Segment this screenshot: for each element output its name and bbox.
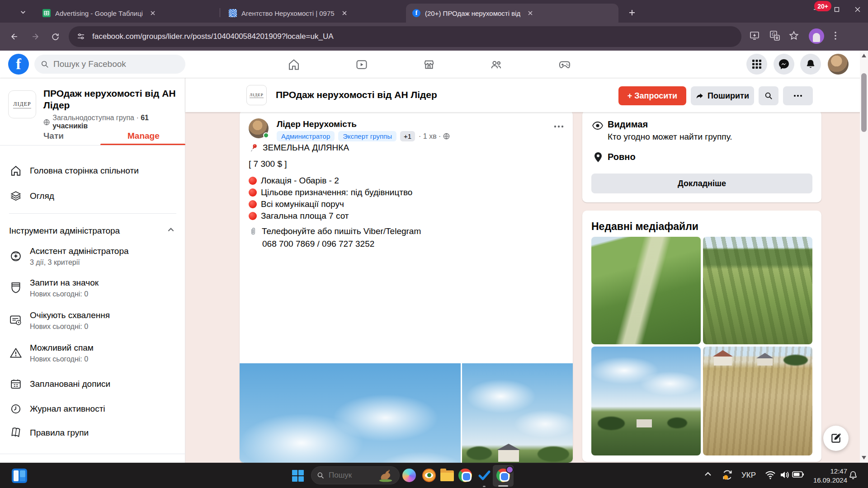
sidebar-item-sub: Нових сьогодні: 0 xyxy=(30,355,94,363)
battery-icon[interactable] xyxy=(792,471,804,478)
widgets-icon[interactable] xyxy=(12,469,27,483)
bookmark-star-icon[interactable] xyxy=(788,30,799,41)
browser-menu-icon[interactable] xyxy=(831,30,840,41)
group-sticky-header: ЛІДЕР ПРОдаж нерухомості від АН Лідер + … xyxy=(185,78,868,112)
taskbar-search-input[interactable] xyxy=(329,471,372,480)
tab-close-icon[interactable] xyxy=(148,9,157,18)
nav-gaming-icon[interactable] xyxy=(550,58,579,71)
browser-profile-avatar[interactable] xyxy=(809,28,824,44)
taskbar-search[interactable] xyxy=(311,466,400,484)
divider xyxy=(0,454,185,454)
apps-menu-icon[interactable] xyxy=(746,54,767,75)
post-author-name[interactable]: Лідер Нерухомість xyxy=(277,119,357,129)
nav-home-icon[interactable] xyxy=(279,58,308,71)
sync-status-icon[interactable] xyxy=(722,469,733,481)
profile-avatar[interactable] xyxy=(828,54,849,75)
share-button[interactable]: Поширити xyxy=(691,86,754,105)
post-photo-1[interactable] xyxy=(240,363,461,463)
chrome-icon[interactable] xyxy=(458,469,473,483)
wifi-icon[interactable] xyxy=(765,470,776,479)
facebook-search[interactable] xyxy=(34,55,185,74)
facebook-search-input[interactable] xyxy=(53,59,166,69)
todo-check-icon[interactable] xyxy=(477,469,492,483)
reload-button[interactable] xyxy=(47,28,63,45)
notifications-icon[interactable] xyxy=(848,470,858,480)
sidebar-item-group-rules[interactable]: Правила групи xyxy=(0,424,185,442)
nav-watch-icon[interactable] xyxy=(347,58,376,71)
tab-close-icon[interactable] xyxy=(340,9,349,18)
volume-icon[interactable] xyxy=(779,470,790,479)
group-more-button[interactable] xyxy=(783,86,813,105)
invite-button[interactable]: + Запросити xyxy=(618,86,686,105)
media-photo-3[interactable] xyxy=(591,347,701,455)
language-indicator[interactable]: УКР xyxy=(741,471,756,480)
sidebar-item-badge-requests[interactable]: Запити на значок Нових сьогодні: 0 xyxy=(0,276,185,300)
scrollbar-thumb[interactable] xyxy=(861,73,867,132)
house-shape xyxy=(637,419,652,427)
sidebar-item-pending-approval[interactable]: Очікують схвалення Нових сьогодні: 0 xyxy=(0,308,185,333)
media-photo-4[interactable] xyxy=(703,347,812,455)
new-tab-button[interactable] xyxy=(626,6,638,19)
collapse-section-button[interactable] xyxy=(167,226,175,234)
back-button[interactable] xyxy=(6,28,23,45)
post-phones-line[interactable]: 068 700 7869 / 096 727 3252 xyxy=(262,239,374,249)
start-button[interactable] xyxy=(292,470,304,482)
address-bar[interactable]: facebook.com/groups/lider.rv/posts/10404… xyxy=(69,26,741,47)
media-photo-1[interactable] xyxy=(591,237,701,344)
post-photo-2[interactable] xyxy=(462,363,573,463)
nav-groups-icon[interactable] xyxy=(482,58,511,71)
details-button[interactable]: Докладніше xyxy=(591,174,812,193)
tab-agency[interactable]: Агентство Нерухомості | 0975 xyxy=(222,4,403,23)
chevron-up-icon xyxy=(167,226,175,234)
tab-google-sheets[interactable]: Advertising - Google Таблиці xyxy=(36,4,217,23)
search-highlight-image[interactable] xyxy=(377,469,394,482)
sidebar-item-admin-assistant[interactable]: Асистент адміністратора 3 дії, 3 критері… xyxy=(0,244,185,268)
messenger-icon[interactable] xyxy=(774,54,794,75)
sidebar-item-community-home[interactable]: Головна сторінка спільноти xyxy=(0,161,185,181)
chrome-profile-badge xyxy=(506,466,514,474)
tray-chevron-up-icon[interactable] xyxy=(704,471,712,477)
scroll-up-arrow[interactable] xyxy=(860,52,868,60)
compose-post-button[interactable] xyxy=(823,426,849,451)
sidebar-tab-manage[interactable]: Manage xyxy=(127,131,160,141)
group-header-title: ПРОдаж нерухомості від АН Лідер xyxy=(276,89,437,100)
ellipsis-icon xyxy=(554,125,564,128)
tab-search-button[interactable] xyxy=(14,5,32,19)
sidebar-item-activity-log[interactable]: Журнал активності xyxy=(0,400,185,418)
taskbar-clock[interactable]: 12:47 16.09.2024 xyxy=(806,467,847,485)
translate-icon[interactable]: G xyxy=(769,30,780,41)
forward-button[interactable] xyxy=(27,28,43,45)
tab-facebook-active[interactable]: f (20+) ПРОдаж нерухомості від xyxy=(406,4,618,23)
notifications-bell-icon[interactable] xyxy=(800,54,821,75)
install-app-icon[interactable] xyxy=(749,30,760,41)
sidebar-item-overview[interactable]: Огляд xyxy=(0,186,185,206)
file-explorer-icon[interactable] xyxy=(440,469,455,483)
media-photo-2[interactable] xyxy=(703,237,812,344)
group-logo[interactable]: ЛІДЕР xyxy=(246,85,267,105)
close-button[interactable] xyxy=(847,0,868,19)
scroll-down-arrow[interactable] xyxy=(860,454,868,462)
visibility-description: Кто угодно может найти группу. xyxy=(608,132,732,142)
sidebar-tab-chats[interactable]: Чати xyxy=(43,131,64,141)
group-sidebar: ЛІДЕР ПРОдаж нерухомості від АН Лідер За… xyxy=(0,78,185,463)
sidebar-item-scheduled-posts[interactable]: Заплановані дописи xyxy=(0,375,185,393)
sidebar-item-sub: 3 дії, 3 критерії xyxy=(30,258,129,267)
extra-badge[interactable]: +1 xyxy=(400,131,415,141)
eye-app-icon[interactable] xyxy=(422,469,437,483)
post-time[interactable]: · 1 хв · xyxy=(419,132,441,141)
nav-marketplace-icon[interactable] xyxy=(415,58,443,71)
post-menu-button[interactable] xyxy=(551,118,567,135)
group-logo[interactable]: ЛІДЕР xyxy=(8,90,36,118)
browser-toolbar: facebook.com/groups/lider.rv/posts/10404… xyxy=(0,23,868,51)
role-badge-admin[interactable]: Администратор xyxy=(277,131,335,141)
page-scrollbar[interactable] xyxy=(860,51,868,463)
copilot-icon[interactable] xyxy=(402,469,417,483)
group-about-card: Видимая Кто угодно может найти группу. Р… xyxy=(582,110,821,202)
group-title[interactable]: ПРОдаж нерухомості від АН Лідер xyxy=(43,88,179,111)
group-search-button[interactable] xyxy=(759,86,778,105)
tab-close-icon[interactable] xyxy=(526,9,535,18)
site-info-icon[interactable] xyxy=(77,33,85,41)
sidebar-item-possible-spam[interactable]: Можливий спам Нових сьогодні: 0 xyxy=(0,341,185,365)
facebook-logo[interactable]: f xyxy=(8,54,29,75)
role-badge-expert[interactable]: Эксперт группы xyxy=(338,131,396,141)
